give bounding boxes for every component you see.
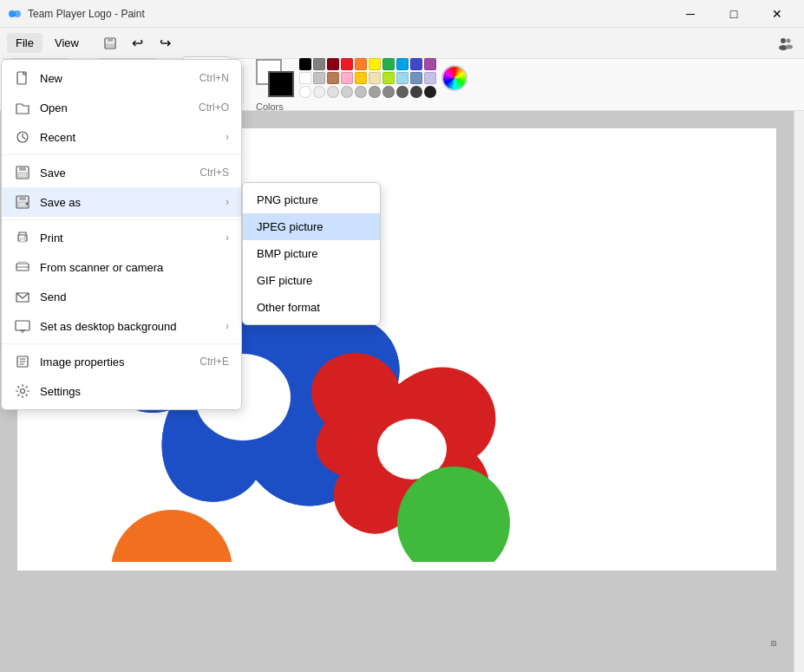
menu-recent[interactable]: Recent › [2,122,241,152]
scanner-label: From scanner or camera [40,261,229,274]
undo-button[interactable]: ↩ [126,31,150,55]
active-colors [256,59,294,97]
menu-saveas[interactable]: Save as › [2,187,241,217]
swatch-lavender[interactable] [424,72,436,84]
swatch-w5[interactable] [355,86,367,98]
settings-icon [14,382,31,400]
desktop-label: Set as desktop background [40,320,217,333]
minimize-button[interactable]: ─ [670,0,710,28]
swatch-w4[interactable] [341,86,353,98]
save-icon [103,36,117,50]
swatch-w8[interactable] [396,86,409,98]
more-button[interactable] [773,31,797,55]
menu-print[interactable]: Print › [2,223,241,252]
swatch-orange[interactable] [355,58,367,70]
swatch-lightgray[interactable] [313,72,325,84]
swatch-gold[interactable] [355,72,367,84]
swatch-w6[interactable] [369,86,381,98]
svg-point-1 [14,10,21,17]
swatch-red[interactable] [341,58,353,70]
swatch-purple[interactable] [424,58,436,70]
color-row-3 [299,86,436,98]
colors-section: Colors [256,58,467,112]
imgprops-label: Image properties [40,356,191,369]
new-shortcut: Ctrl+N [199,72,229,84]
desktop-arrow: › [226,320,229,332]
file-menu-dropdown: New Ctrl+N Open Ctrl+O Recent › Save Ctr… [1,59,242,410]
scanner-icon [14,258,31,276]
swatch-steel[interactable] [410,72,422,84]
swatch-w1[interactable] [299,86,311,98]
svg-rect-44 [18,202,27,207]
fg-color-preview[interactable] [268,71,294,97]
save-icon-button[interactable] [98,31,122,55]
swatch-pink[interactable] [341,72,353,84]
swatch-w2[interactable] [313,86,325,98]
divider-3 [2,343,241,344]
open-label: Open [40,101,190,114]
saveas-jpeg[interactable]: JPEG picture [243,213,380,240]
send-icon [14,288,31,305]
svg-rect-46 [20,238,25,242]
desktop-icon [14,317,31,335]
swatch-white[interactable] [299,72,311,84]
color-picker-button[interactable] [441,65,467,91]
file-menu-item[interactable]: File [7,33,42,53]
svg-rect-43 [19,196,26,200]
menu-scanner[interactable]: From scanner or camera [2,252,241,282]
svg-point-55 [21,389,25,394]
undo-icon: ↩ [132,35,143,51]
svg-rect-35 [17,562,572,571]
saveas-gif[interactable]: GIF picture [243,267,380,294]
svg-rect-40 [19,166,26,171]
maximize-button[interactable]: □ [714,0,754,28]
saveas-arrow: › [226,196,229,208]
divider-1 [2,154,241,155]
swatch-w9[interactable] [410,86,422,98]
menu-send[interactable]: Send [2,282,241,311]
swatch-cyan[interactable] [396,58,409,70]
swatch-cream[interactable] [369,72,381,84]
swatch-blue[interactable] [410,58,422,70]
redo-button[interactable]: ↪ [154,31,178,55]
settings-label: Settings [40,385,229,398]
menu-new[interactable]: New Ctrl+N [2,63,241,93]
saveas-bmp[interactable]: BMP picture [243,240,380,267]
vertical-scrollbar[interactable] [794,111,804,672]
swatch-black[interactable] [299,58,311,70]
menubar-actions: ↩ ↪ [98,31,178,55]
menu-save[interactable]: Save Ctrl+S [2,158,241,187]
window-title: Team Player Logo - Paint [28,8,145,20]
menu-desktop[interactable]: Set as desktop background › [2,311,241,341]
menu-settings[interactable]: Settings [2,376,241,406]
close-button[interactable]: ✕ [757,0,797,28]
swatch-w7[interactable] [382,86,395,98]
swatch-lime[interactable] [382,72,395,84]
svg-rect-36 [564,128,572,571]
swatch-brown[interactable] [327,72,339,84]
saveas-png[interactable]: PNG picture [243,186,380,213]
svg-rect-3 [108,38,113,42]
swatch-yellow[interactable] [369,58,381,70]
swatch-w3[interactable] [327,86,339,98]
swatch-gray[interactable] [313,58,325,70]
save-icon [14,164,31,181]
menu-imgprops[interactable]: Image properties Ctrl+E [2,347,241,376]
swatch-w10[interactable] [424,86,436,98]
canvas-resize-handle[interactable] [771,641,776,646]
menu-open[interactable]: Open Ctrl+O [2,93,241,122]
swatch-skyblue[interactable] [396,72,409,84]
print-label: Print [40,232,217,245]
saveas-submenu: PNG picture JPEG picture BMP picture GIF… [242,182,381,325]
color-row-1 [299,58,436,70]
imgprops-shortcut: Ctrl+E [199,356,229,368]
svg-point-5 [781,38,786,43]
view-menu-item[interactable]: View [46,33,88,53]
colors-area [256,58,467,98]
print-icon [14,229,31,246]
saveas-other[interactable]: Other format [243,294,380,321]
separator-3 [243,66,244,104]
swatch-green[interactable] [382,58,395,70]
new-label: New [40,72,191,85]
swatch-darkred[interactable] [327,58,339,70]
